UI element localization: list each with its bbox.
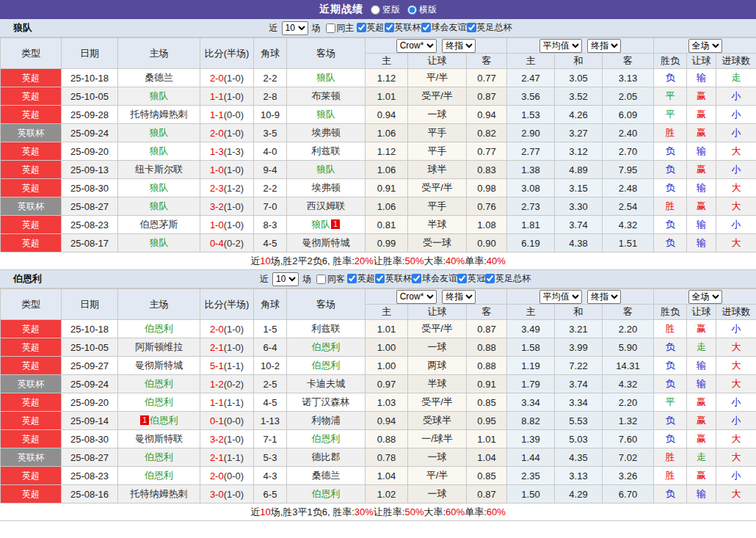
- team-link[interactable]: 阿斯顿维拉: [135, 341, 183, 352]
- team-link[interactable]: 伯恩利: [312, 360, 341, 371]
- away-team-cell: 狼队: [287, 161, 366, 179]
- summary-segment: 50%: [404, 255, 424, 266]
- team-link[interactable]: 纽卡斯尔联: [135, 164, 183, 175]
- avg-company-select[interactable]: 平均值: [539, 39, 582, 53]
- league-filter-checkbox[interactable]: [421, 23, 431, 32]
- team-link[interactable]: 狼队: [316, 109, 335, 120]
- team-link[interactable]: 西汉姆联: [307, 200, 345, 211]
- team-link[interactable]: 曼彻斯特城: [302, 237, 350, 248]
- match-date: 25-09-24: [62, 375, 118, 393]
- avg-home: 2.73: [507, 197, 555, 216]
- team-link[interactable]: 狼队: [311, 219, 330, 230]
- team-link[interactable]: 狼队: [150, 127, 169, 138]
- scope-select[interactable]: 全场: [688, 290, 722, 304]
- match-row: 英超25-08-30曼彻斯特联3-2(1-0)7-1伯恩利0.88一/球半1.0…: [1, 430, 756, 448]
- fulltime-score: 1-1: [210, 109, 224, 120]
- team-link[interactable]: 狼队: [150, 145, 169, 156]
- match-date: 25-10-05: [62, 338, 118, 357]
- team-link[interactable]: 伯恩利: [150, 415, 178, 426]
- scope-select[interactable]: 全场: [688, 39, 722, 53]
- team-link[interactable]: 狼队: [316, 164, 335, 175]
- match-date: 25-10-18: [62, 320, 118, 338]
- handicap-line: 受球半: [408, 412, 467, 430]
- match-row: 英超25-09-13纽卡斯尔联1-0(1-0)9-4狼队1.06球半0.831.…: [1, 161, 756, 179]
- league-filter-checkbox[interactable]: [457, 274, 467, 283]
- team-link[interactable]: 伯恩利: [312, 488, 341, 499]
- team-link[interactable]: 狼队: [150, 90, 169, 101]
- summary-segment: 30%: [355, 506, 374, 517]
- league-filter-option[interactable]: 英联杯: [385, 21, 421, 34]
- handicap-line: 受一球: [408, 234, 467, 252]
- team-link[interactable]: 伯恩利: [145, 396, 173, 407]
- team-link[interactable]: 伯恩利: [145, 451, 173, 462]
- league-filter-checkbox[interactable]: [375, 274, 385, 283]
- team-link[interactable]: 利兹联: [312, 323, 341, 334]
- recent-count-select[interactable]: 10: [282, 21, 308, 35]
- league-filter-option[interactable]: 球会友谊: [412, 272, 457, 285]
- score-cell: 3-2(1-0): [200, 430, 254, 448]
- home-team-cell: 桑德兰: [118, 69, 200, 87]
- team-link[interactable]: 德比郡: [312, 451, 341, 462]
- league-filter-option[interactable]: 英足总杯: [467, 21, 512, 34]
- team-link[interactable]: 托特纳姆热刺: [131, 488, 188, 499]
- league-filter-option[interactable]: 英冠: [457, 272, 485, 285]
- league-filter-option[interactable]: 英超: [347, 272, 375, 285]
- league-filter-checkbox[interactable]: [485, 274, 495, 283]
- subcol-outcome: 胜负: [654, 305, 687, 320]
- team-link[interactable]: 诺丁汉森林: [302, 396, 350, 407]
- team-link[interactable]: 利兹联: [312, 145, 341, 156]
- fulltime-score: 2-0: [210, 128, 224, 139]
- team-link[interactable]: 布莱顿: [312, 90, 341, 101]
- horizontal-layout-radio[interactable]: [407, 5, 417, 15]
- league-filter-checkbox[interactable]: [357, 23, 366, 32]
- league-filter-option[interactable]: 球会友谊: [421, 21, 467, 34]
- team-link[interactable]: 桑德兰: [312, 470, 341, 481]
- team-link[interactable]: 托特纳姆热刺: [131, 109, 188, 120]
- team-link[interactable]: 桑德兰: [145, 72, 173, 83]
- team-link[interactable]: 伯恩利: [145, 378, 173, 389]
- match-row: 英超25-08-23伯恩茅斯1-0(1-0)8-3狼队10.81半球1.081.…: [1, 216, 756, 234]
- league-filter-checkbox[interactable]: [467, 23, 476, 32]
- team-link[interactable]: 伯恩利: [145, 323, 173, 334]
- team-link[interactable]: 伯恩利: [145, 470, 173, 481]
- team-link[interactable]: 狼队: [316, 72, 335, 83]
- outcome-result: 胜: [654, 448, 687, 467]
- odds-company-select[interactable]: Crow*: [396, 290, 437, 304]
- team-link[interactable]: 狼队: [150, 182, 169, 193]
- team-link[interactable]: 利物浦: [312, 415, 341, 426]
- league-filter-option[interactable]: 英足总杯: [485, 272, 531, 285]
- same-venue-option[interactable]: 同客: [313, 273, 345, 286]
- league-type-badge: 英联杯: [1, 124, 62, 142]
- team-link[interactable]: 伯恩利: [312, 341, 341, 352]
- team-link[interactable]: 卡迪夫城: [307, 378, 345, 389]
- team-link[interactable]: 曼彻斯特城: [135, 360, 183, 371]
- league-filter-checkbox[interactable]: [385, 23, 394, 32]
- team-link[interactable]: 埃弗顿: [312, 182, 341, 193]
- team-link[interactable]: 伯恩茅斯: [140, 219, 178, 230]
- odds-stage-select[interactable]: 终指: [442, 290, 476, 304]
- team-link[interactable]: 狼队: [150, 237, 169, 248]
- home-odds: 1.04: [366, 467, 408, 485]
- vertical-layout-radio[interactable]: [371, 5, 380, 15]
- same-venue-checkbox[interactable]: [316, 275, 326, 284]
- odds-stage-select[interactable]: 终指: [442, 39, 476, 53]
- horizontal-layout-option[interactable]: 横版: [407, 4, 437, 16]
- league-filter-checkbox[interactable]: [347, 274, 357, 283]
- odds-company-select[interactable]: Crow*: [396, 39, 437, 53]
- team-link[interactable]: 埃弗顿: [312, 127, 341, 138]
- halftime-score: (1-2): [224, 183, 244, 194]
- league-filter-option[interactable]: 英联杯: [375, 272, 412, 285]
- same-venue-option[interactable]: 同主: [323, 22, 355, 34]
- vertical-layout-option[interactable]: 竖版: [371, 4, 400, 16]
- avg-stage-select[interactable]: 终指: [587, 290, 621, 304]
- team-link[interactable]: 狼队: [150, 200, 169, 211]
- same-venue-checkbox[interactable]: [326, 23, 335, 33]
- league-filter-option[interactable]: 英超: [357, 21, 385, 34]
- recent-count-select[interactable]: 10: [272, 272, 299, 286]
- league-filter-checkbox[interactable]: [412, 274, 421, 283]
- avg-company-select[interactable]: 平均值: [539, 290, 582, 304]
- team-link[interactable]: 曼彻斯特联: [135, 433, 183, 444]
- score-cell: 2-1(1-0): [200, 338, 254, 357]
- team-link[interactable]: 伯恩利: [312, 433, 341, 444]
- avg-stage-select[interactable]: 终指: [587, 39, 621, 53]
